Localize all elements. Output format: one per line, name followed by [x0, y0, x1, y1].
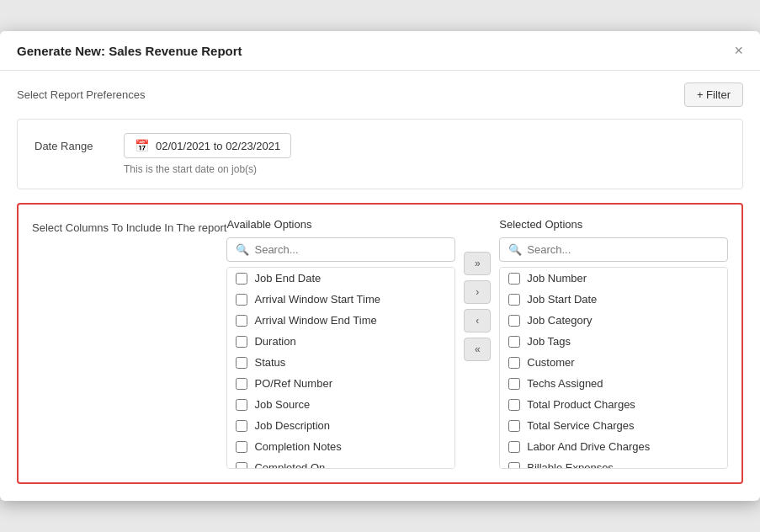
list-item: Arrival Window End Time [227, 310, 454, 331]
selected-checkbox-5[interactable] [508, 378, 520, 390]
available-checkbox-9[interactable] [236, 462, 247, 470]
available-options-label: Available Options [226, 218, 455, 231]
list-item: Job Start Date [500, 289, 727, 310]
list-item: Total Service Charges [500, 415, 727, 436]
available-search-input[interactable] [254, 243, 446, 256]
available-checkbox-1[interactable] [236, 294, 247, 306]
search-icon: 🔍 [508, 243, 522, 256]
selected-checkbox-4[interactable] [508, 357, 520, 369]
list-item: Job Number [500, 268, 727, 289]
selected-checkbox-8[interactable] [508, 441, 520, 453]
available-checkbox-8[interactable] [236, 441, 247, 453]
filter-button[interactable]: + Filter [684, 82, 743, 107]
list-item: Completion Notes [227, 436, 454, 457]
selected-checkbox-7[interactable] [508, 420, 520, 432]
date-range-section: Date Range 📅 02/01/2021 to 02/23/2021 Th… [17, 119, 743, 189]
available-checkbox-5[interactable] [236, 378, 247, 390]
available-checkbox-6[interactable] [236, 399, 247, 411]
selected-checkbox-3[interactable] [508, 336, 520, 348]
list-item: Job Source [227, 394, 454, 415]
date-range-value: 02/01/2021 to 02/23/2021 [156, 140, 280, 152]
selected-checkbox-2[interactable] [508, 315, 520, 327]
available-checkbox-3[interactable] [236, 336, 247, 348]
date-range-row: Date Range 📅 02/01/2021 to 02/23/2021 [35, 133, 725, 158]
move-right-button[interactable]: › [464, 280, 491, 304]
selected-checkbox-9[interactable] [508, 462, 520, 470]
selected-checkbox-0[interactable] [508, 273, 520, 285]
list-item: Completed On [227, 457, 454, 469]
selected-search-box[interactable]: 🔍 [499, 237, 728, 262]
modal-header: Generate New: Sales Revenue Report × [0, 31, 760, 71]
columns-section-title: Select Columns To Include In The report [32, 218, 226, 234]
section-header: Select Report Preferences + Filter [0, 71, 760, 119]
modal-title: Generate New: Sales Revenue Report [17, 44, 242, 58]
available-checkbox-4[interactable] [236, 357, 247, 369]
available-checkbox-0[interactable] [236, 273, 247, 285]
list-item: Duration [227, 331, 454, 352]
selected-options-list[interactable]: Job Number Job Start Date Job Category J… [499, 267, 728, 469]
list-item: Job Description [227, 415, 454, 436]
available-options-panel: Available Options 🔍 Job End Date Arrival… [226, 218, 455, 469]
available-search-box[interactable]: 🔍 [226, 237, 455, 262]
date-hint: This is the start date on job(s) [124, 163, 725, 175]
available-checkbox-7[interactable] [236, 420, 247, 432]
available-options-list[interactable]: Job End Date Arrival Window Start Time A… [226, 267, 455, 469]
preferences-label: Select Report Preferences [17, 88, 145, 101]
selected-checkbox-1[interactable] [508, 294, 520, 306]
list-item: PO/Ref Number [227, 373, 454, 394]
selected-options-panel: Selected Options 🔍 Job Number Job Start … [499, 218, 728, 469]
available-checkbox-2[interactable] [236, 315, 247, 327]
date-range-label: Date Range [35, 140, 110, 152]
close-button[interactable]: × [734, 43, 743, 58]
list-item: Customer [500, 352, 727, 373]
search-icon: 🔍 [236, 243, 249, 256]
modal-container: Generate New: Sales Revenue Report × Sel… [0, 31, 760, 501]
list-item: Job Category [500, 310, 727, 331]
list-item: Techs Assigned [500, 373, 727, 394]
list-item: Billable Expenses [500, 457, 727, 469]
list-item: Status [227, 352, 454, 373]
move-left-button[interactable]: ‹ [464, 309, 491, 332]
list-item: Job End Date [227, 268, 454, 289]
calendar-icon: 📅 [135, 139, 149, 152]
transfer-buttons: » › ‹ « [455, 218, 499, 361]
selected-search-input[interactable] [527, 243, 719, 256]
list-item: Total Product Charges [500, 394, 727, 415]
move-all-left-button[interactable]: « [464, 338, 491, 361]
columns-layout: Select Columns To Include In The report … [32, 218, 728, 469]
selected-options-label: Selected Options [499, 218, 728, 231]
list-item: Arrival Window Start Time [227, 289, 454, 310]
move-all-right-button[interactable]: » [464, 252, 491, 275]
columns-section: Select Columns To Include In The report … [17, 203, 743, 484]
list-item: Labor And Drive Charges [500, 436, 727, 457]
selected-checkbox-6[interactable] [508, 399, 520, 411]
date-range-input[interactable]: 📅 02/01/2021 to 02/23/2021 [124, 133, 291, 158]
list-item: Job Tags [500, 331, 727, 352]
